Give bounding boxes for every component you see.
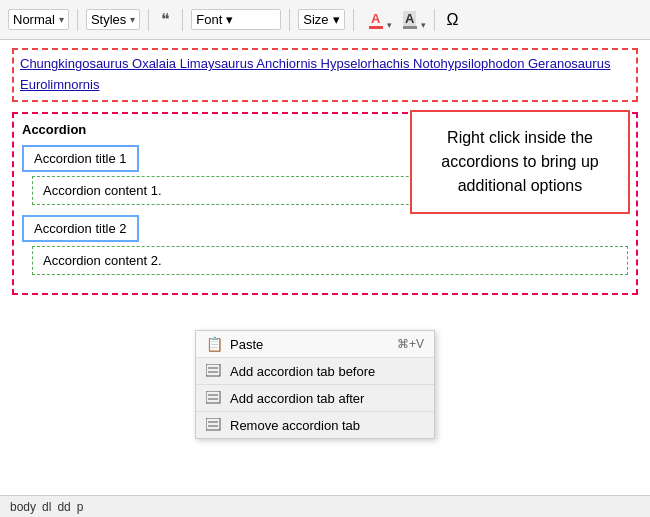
accordion-content-2[interactable]: Accordion content 2.: [32, 246, 628, 275]
divider-6: [434, 9, 435, 31]
status-body[interactable]: body: [10, 500, 36, 514]
highlight-bar: [403, 26, 417, 29]
style-dropdown[interactable]: Normal ▾: [8, 9, 69, 30]
accordion-title-2-text: Accordion title 2: [34, 221, 127, 236]
highlight-color-button[interactable]: A ▾: [400, 10, 426, 30]
paste-shortcut: ⌘+V: [397, 337, 424, 351]
svg-rect-3: [206, 391, 220, 403]
highlight-arrow: ▾: [421, 20, 426, 30]
quote-button[interactable]: ❝: [157, 10, 174, 29]
style-label: Normal: [13, 12, 55, 27]
special-chars-button[interactable]: Ω: [443, 11, 463, 29]
font-label: Font: [196, 12, 222, 27]
accordion-title-1[interactable]: Accordion title 1: [22, 145, 139, 172]
size-dropdown[interactable]: Size ▾: [298, 9, 344, 30]
omega-symbol: Ω: [447, 11, 459, 28]
font-color-letter: A: [371, 11, 380, 26]
add-after-icon: [206, 390, 222, 406]
size-arrow: ▾: [333, 12, 340, 27]
context-menu-add-before[interactable]: Add accordion tab before: [196, 358, 434, 385]
font-dropdown[interactable]: Font ▾: [191, 9, 281, 30]
divider-2: [148, 9, 149, 31]
style-arrow: ▾: [59, 14, 64, 25]
color-group: A ▾ A ▾: [366, 10, 426, 30]
add-after-label: Add accordion tab after: [230, 391, 364, 406]
tooltip-text: Right click inside the accordions to bri…: [441, 129, 598, 194]
status-bar: body dl dd p: [0, 495, 650, 517]
accordion-content-2-text: Accordion content 2.: [43, 253, 162, 268]
styles-label: Styles: [91, 12, 126, 27]
context-menu-paste[interactable]: 📋 Paste ⌘+V: [196, 331, 434, 358]
divider-3: [182, 9, 183, 31]
styles-arrow: ▾: [130, 14, 135, 25]
remove-icon: [206, 417, 222, 433]
svg-rect-0: [206, 364, 220, 376]
remove-label: Remove accordion tab: [230, 418, 360, 433]
add-before-icon: [206, 363, 222, 379]
styles-dropdown[interactable]: Styles ▾: [86, 9, 140, 30]
status-p[interactable]: p: [77, 500, 84, 514]
context-menu-remove[interactable]: Remove accordion tab: [196, 412, 434, 438]
font-arrow: ▾: [226, 12, 233, 27]
highlight-letter: A: [403, 11, 416, 26]
toolbar: Normal ▾ Styles ▾ ❝ Font ▾ Size ▾ A ▾ A: [0, 0, 650, 40]
divider-4: [289, 9, 290, 31]
paste-icon: 📋: [206, 336, 222, 352]
paste-label: Paste: [230, 337, 263, 352]
divider-1: [77, 9, 78, 31]
accordion-title-2[interactable]: Accordion title 2: [22, 215, 139, 242]
divider-5: [353, 9, 354, 31]
font-color-arrow: ▾: [387, 20, 392, 30]
dino-text[interactable]: Chungkingosaurus Oxalaia Limaysaurus Anc…: [12, 48, 638, 102]
add-before-label: Add accordion tab before: [230, 364, 375, 379]
svg-rect-6: [206, 418, 220, 430]
status-dd[interactable]: dd: [57, 500, 70, 514]
font-color-button[interactable]: A ▾: [366, 10, 392, 30]
size-label: Size: [303, 12, 328, 27]
status-dl[interactable]: dl: [42, 500, 51, 514]
quote-char: ❝: [161, 11, 170, 28]
context-menu: 📋 Paste ⌘+V Add accordion tab before: [195, 330, 435, 439]
accordion-title-1-text: Accordion title 1: [34, 151, 127, 166]
accordion-content-1-text: Accordion content 1.: [43, 183, 162, 198]
font-color-bar: [369, 26, 383, 29]
tooltip-box: Right click inside the accordions to bri…: [410, 110, 630, 214]
context-menu-add-after[interactable]: Add accordion tab after: [196, 385, 434, 412]
